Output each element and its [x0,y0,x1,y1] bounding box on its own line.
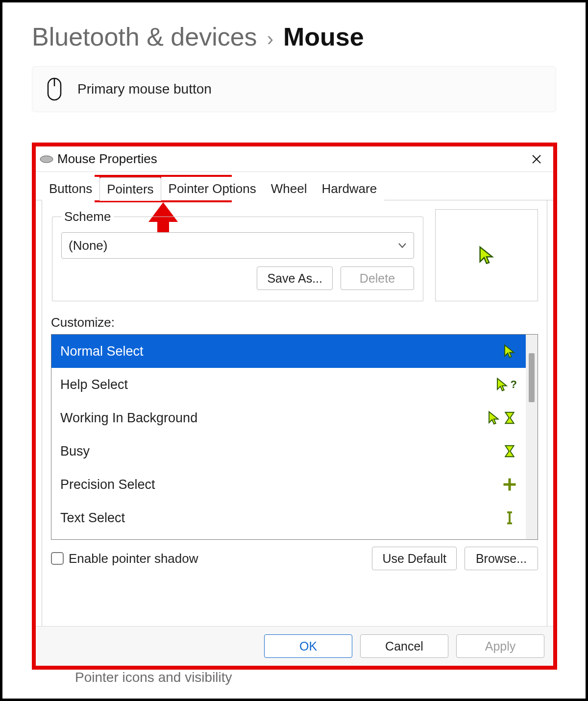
apply-button: Apply [456,634,544,658]
list-item-label: Text Select [60,510,125,526]
scheme-legend: Scheme [61,209,114,224]
save-as-button[interactable]: Save As... [257,266,333,290]
dialog-title: Mouse Properties [57,151,527,167]
list-item-label: Help Select [60,377,128,392]
list-item-precision-select[interactable]: Precision Select [51,468,526,501]
settings-row-label: Pointer icons and visibility [75,670,232,685]
tab-pointer-options[interactable]: Pointer Options [161,177,264,200]
settings-row-label: Primary mouse button [77,81,212,97]
cursor-list: Normal Select Help Select ? Working [51,334,538,540]
tab-hardware[interactable]: Hardware [314,177,384,200]
mouse-icon [46,77,63,101]
use-default-button[interactable]: Use Default [372,547,457,570]
cancel-button[interactable]: Cancel [360,634,448,658]
svg-point-2 [40,156,53,163]
cross-cursor-icon [502,477,517,492]
arrow-hourglass-cursor-icon [487,411,517,425]
chevron-right-icon: › [267,28,273,50]
list-item-label: Precision Select [60,477,155,492]
tab-panel-pointers: Scheme (None) Save As... Delete [42,200,547,636]
settings-row-pointer-visibility[interactable]: Pointer icons and visibility [61,667,527,688]
breadcrumb-current: Mouse [283,22,364,51]
checkbox-label: Enable pointer shadow [69,551,198,566]
chevron-down-icon [398,242,407,248]
delete-button: Delete [341,266,414,290]
breadcrumb-parent[interactable]: Bluetooth & devices [32,22,257,51]
checkbox-icon [51,552,64,565]
titlebar: Mouse Properties [36,146,553,172]
browse-button[interactable]: Browse... [465,547,538,570]
close-button[interactable] [527,149,546,169]
arrow-cursor-icon [502,344,517,359]
list-item-working-background[interactable]: Working In Background [51,401,526,435]
list-item-busy[interactable]: Busy [51,435,526,468]
ibeam-cursor-icon [502,510,517,525]
dialog-footer: OK Cancel Apply [36,626,553,666]
scheme-select[interactable]: (None) [61,232,414,259]
scheme-fieldset: Scheme (None) Save As... Delete [52,209,423,301]
arrow-question-cursor-icon: ? [495,377,517,392]
list-item-label: Busy [60,444,90,459]
mouse-small-icon [40,155,53,164]
list-item-text-select[interactable]: Text Select [51,501,526,534]
hourglass-cursor-icon [502,444,517,459]
tab-wheel[interactable]: Wheel [264,177,315,200]
scrollbar-thumb[interactable] [529,353,535,402]
scrollbar[interactable] [526,335,538,539]
tab-buttons[interactable]: Buttons [42,177,99,200]
list-item-label: Working In Background [60,411,197,426]
list-item-normal-select[interactable]: Normal Select [51,335,526,368]
enable-pointer-shadow-checkbox[interactable]: Enable pointer shadow [51,551,198,566]
tab-strip: Buttons Pointers Pointer Options Wheel H… [36,177,553,200]
close-icon [531,154,542,165]
cursor-preview [435,209,538,301]
tab-pointers[interactable]: Pointers [99,177,161,201]
list-item-help-select[interactable]: Help Select ? [51,368,526,401]
scheme-selected-value: (None) [69,238,107,253]
ok-button[interactable]: OK [264,634,352,658]
arrow-cursor-icon [477,245,496,265]
settings-row-primary-button[interactable]: Primary mouse button [32,66,556,112]
breadcrumb: Bluetooth & devices › Mouse [2,2,586,66]
mouse-properties-dialog: Mouse Properties Buttons Pointers Pointe… [32,143,557,670]
customize-label: Customize: [51,315,538,330]
list-item-label: Normal Select [60,344,144,359]
